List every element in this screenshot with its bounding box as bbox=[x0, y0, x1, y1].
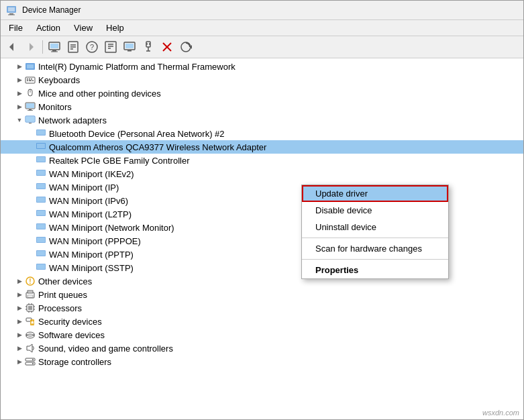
svg-rect-55 bbox=[37, 157, 45, 162]
context-menu-properties[interactable]: Properties bbox=[302, 262, 448, 278]
context-menu-scan[interactable]: Scan for hardware changes bbox=[302, 240, 448, 257]
svg-point-97 bbox=[32, 359, 34, 360]
expand-icon-keyboards[interactable]: ▶ bbox=[14, 74, 25, 85]
svg-rect-63 bbox=[37, 211, 45, 215]
toolbar: ? bbox=[1, 36, 523, 58]
icon-wan-netmon bbox=[36, 222, 46, 233]
svg-rect-45 bbox=[29, 109, 32, 110]
label-bluetooth: Bluetooth Device (Personal Area Network)… bbox=[49, 129, 225, 139]
label-monitors: Monitors bbox=[38, 102, 72, 112]
tree-item-processors[interactable]: ▶ Processors bbox=[1, 301, 523, 315]
tree-item-wan-ikev2[interactable]: ▶ WAN Miniport (IKEv2) bbox=[1, 167, 523, 180]
expand-icon-security[interactable]: ▶ bbox=[14, 316, 25, 327]
menu-view[interactable]: View bbox=[68, 21, 98, 34]
label-intel: Intel(R) Dynamic Platform and Thermal Fr… bbox=[38, 62, 235, 72]
expand-icon-sound[interactable]: ▶ bbox=[14, 343, 25, 354]
back-button[interactable] bbox=[3, 38, 21, 56]
svg-rect-76 bbox=[28, 295, 33, 297]
expand-icon-mice[interactable]: ▶ bbox=[14, 88, 25, 99]
expand-icon-storage[interactable]: ▶ bbox=[14, 356, 25, 367]
refresh-button[interactable] bbox=[177, 38, 195, 56]
tree-item-print[interactable]: ▶ Print queues bbox=[1, 288, 523, 301]
tree-item-sound[interactable]: ▶ Sound, video and game controllers bbox=[1, 342, 523, 355]
tree-item-monitors[interactable]: ▶ Monitors bbox=[1, 100, 523, 113]
svg-rect-40 bbox=[32, 81, 34, 82]
label-processors: Processors bbox=[38, 303, 82, 313]
svg-rect-51 bbox=[37, 130, 45, 135]
svg-rect-9 bbox=[51, 52, 58, 52]
tree-item-storage[interactable]: ▶ Storage controllers bbox=[1, 355, 523, 368]
icon-wan-sstp bbox=[36, 262, 46, 273]
label-sound: Sound, video and game controllers bbox=[38, 344, 173, 354]
context-menu: Update driver Disable device Uninstall d… bbox=[301, 185, 449, 279]
context-menu-update-driver[interactable]: Update driver bbox=[302, 185, 448, 202]
svg-text:?: ? bbox=[90, 43, 94, 51]
forward-button[interactable] bbox=[22, 38, 40, 56]
label-print: Print queues bbox=[38, 290, 87, 300]
context-menu-sep-1 bbox=[302, 238, 448, 238]
expand-icon-intel[interactable]: ▶ bbox=[14, 61, 25, 72]
svg-rect-78 bbox=[28, 306, 32, 310]
svg-rect-44 bbox=[26, 103, 34, 108]
computer-button[interactable] bbox=[46, 38, 63, 56]
expand-icon-monitors[interactable]: ▶ bbox=[14, 101, 25, 112]
plug-button[interactable] bbox=[140, 38, 157, 56]
tree-item-intel[interactable]: ▶ Intel(R) Dynamic Platform and Thermal … bbox=[1, 60, 523, 73]
tree-item-realtek[interactable]: ▶ Realtek PCIe GBE Family Controller bbox=[1, 154, 523, 167]
expand-icon-network[interactable]: ▼ bbox=[14, 115, 25, 125]
menu-action[interactable]: Action bbox=[31, 21, 66, 34]
icon-bluetooth bbox=[36, 128, 46, 139]
svg-marker-5 bbox=[30, 43, 34, 51]
delete-button[interactable] bbox=[158, 38, 176, 56]
tree-item-software[interactable]: ▶ Software devices bbox=[1, 328, 523, 342]
icon-wan-pppoe bbox=[36, 235, 46, 246]
expand-icon-software[interactable]: ▶ bbox=[14, 329, 25, 340]
help-button[interactable]: ? bbox=[83, 38, 101, 56]
svg-rect-75 bbox=[28, 291, 33, 293]
icon-qualcomm bbox=[36, 142, 46, 152]
svg-rect-71 bbox=[37, 264, 45, 269]
tree-item-security[interactable]: ▶ ★ Security devices bbox=[1, 315, 523, 328]
icon-intel bbox=[25, 61, 36, 72]
context-menu-disable[interactable]: Disable device bbox=[302, 202, 448, 219]
svg-rect-53 bbox=[37, 144, 45, 148]
tree-item-mice[interactable]: ▶ Mice and other pointing devices bbox=[1, 87, 523, 100]
tree-item-bluetooth[interactable]: ▶ Bluetooth Device (Personal Area Networ… bbox=[1, 127, 523, 140]
tree-item-network[interactable]: ▼ Network adapters bbox=[1, 113, 523, 127]
icon-wan-ipv6 bbox=[36, 195, 46, 206]
label-other: Other devices bbox=[38, 276, 92, 286]
svg-rect-22 bbox=[127, 50, 132, 52]
icon-realtek bbox=[36, 155, 46, 166]
svg-rect-36 bbox=[29, 78, 30, 80]
properties-button[interactable] bbox=[64, 38, 82, 56]
svg-rect-38 bbox=[27, 81, 28, 82]
label-wan-pppoe: WAN Miniport (PPPOE) bbox=[49, 236, 141, 246]
icon-print bbox=[25, 289, 36, 300]
svg-rect-67 bbox=[37, 238, 45, 242]
tree-item-keyboards[interactable]: ▶ Keyboards bbox=[1, 73, 523, 87]
svg-rect-48 bbox=[26, 117, 34, 121]
svg-rect-69 bbox=[37, 251, 45, 256]
svg-point-98 bbox=[32, 363, 34, 364]
context-menu-sep-2 bbox=[302, 259, 448, 260]
expand-icon-print[interactable]: ▶ bbox=[14, 289, 25, 300]
label-software: Software devices bbox=[38, 330, 105, 340]
label-wan-ikev2: WAN Miniport (IKEv2) bbox=[49, 169, 134, 179]
menu-help[interactable]: Help bbox=[101, 21, 129, 34]
context-menu-uninstall[interactable]: Uninstall device bbox=[302, 219, 448, 235]
expand-icon-other[interactable]: ▶ bbox=[14, 276, 25, 286]
search-button[interactable] bbox=[102, 38, 119, 56]
icon-mice bbox=[25, 88, 36, 99]
icon-wan-ip bbox=[36, 182, 46, 193]
label-wan-netmon: WAN Miniport (Network Monitor) bbox=[49, 223, 174, 233]
watermark: wsxdn.com bbox=[482, 409, 519, 417]
tree-item-qualcomm[interactable]: ▶ Qualcomm Atheros QCA9377 Wireless Netw… bbox=[1, 140, 523, 154]
menu-file[interactable]: File bbox=[3, 21, 28, 34]
svg-rect-8 bbox=[52, 50, 56, 52]
window-icon bbox=[6, 5, 17, 15]
monitor-button[interactable] bbox=[121, 38, 138, 56]
expand-icon-processors[interactable]: ▶ bbox=[14, 303, 25, 313]
icon-wan-ikev2 bbox=[36, 168, 46, 179]
label-qualcomm: Qualcomm Atheros QCA9377 Wireless Networ… bbox=[49, 142, 266, 152]
svg-marker-4 bbox=[9, 43, 13, 51]
